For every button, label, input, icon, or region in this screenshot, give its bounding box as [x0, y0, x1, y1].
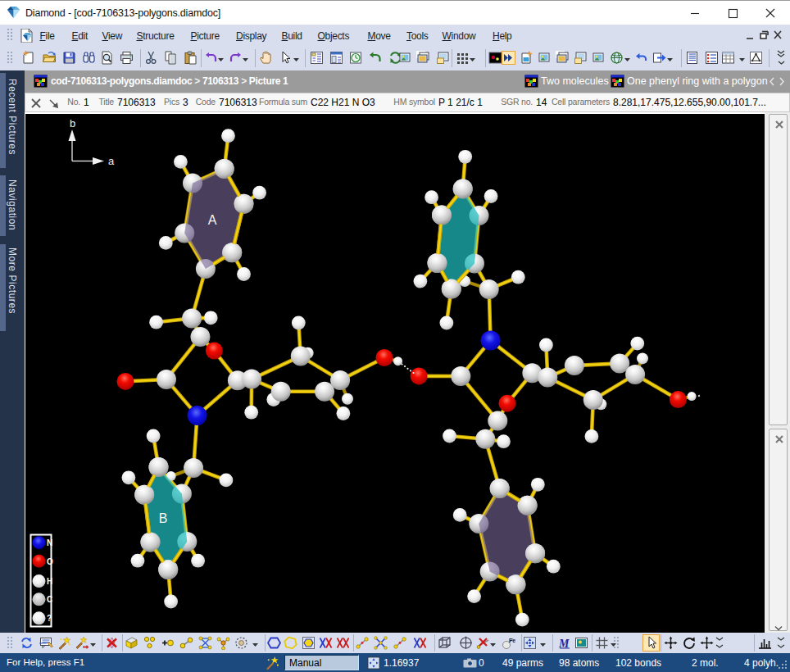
svg-text:C: C — [47, 595, 52, 604]
svg-text:M: M — [558, 638, 570, 650]
svg-text:N: N — [47, 538, 52, 547]
svg-text:b: b — [70, 117, 75, 129]
svg-text:B: B — [159, 511, 168, 525]
svg-text:O: O — [47, 557, 53, 566]
svg-text:A: A — [208, 213, 217, 227]
svg-text:Fe: Fe — [509, 638, 515, 643]
svg-text:a: a — [108, 155, 115, 167]
svg-text:H: H — [47, 577, 52, 586]
svg-text:?: ? — [47, 614, 52, 623]
